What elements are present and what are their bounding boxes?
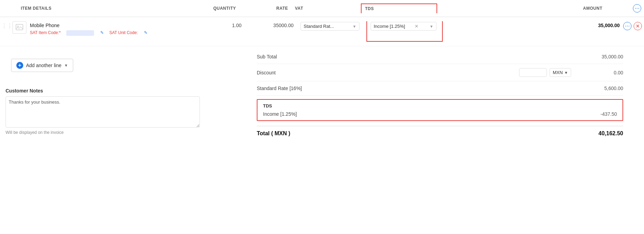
col-header-tds: TDS [361,3,437,13]
drag-handle-icon[interactable]: ⋮⋮ [0,21,12,29]
column-options-icon[interactable]: ⋯ [633,4,641,13]
vat-chevron-icon: ▼ [353,24,356,29]
table-row: ⋮⋮ Mobile Phone SAT Item Code:* ✎ SAT Un… [0,17,644,46]
left-panel: + Add another line ▼ Customer Notes Will… [0,46,236,148]
discount-input[interactable] [519,68,547,77]
plus-icon: + [16,62,23,69]
tds-totals-section: TDS Income [1.25%] -437.50 [257,99,623,121]
col-header-qty: QUANTITY [194,6,243,11]
svg-rect-0 [16,24,23,30]
item-name-text[interactable]: Mobile Phone [30,23,60,28]
main-content: + Add another line ▼ Customer Notes Will… [0,46,644,148]
add-line-label: Add another line [26,63,61,68]
col-header-vat: VAT [291,6,361,11]
discount-label: Discount [257,70,519,75]
currency-value: MXN [553,70,563,75]
item-rate[interactable]: 35000.00 [248,21,297,28]
subtotal-value: 35,000.00 [582,54,623,59]
item-amount: 35,000.00 [443,21,623,28]
item-tds-cell: Income [1.25%] ✕ ▼ [366,21,443,42]
subtotal-label: Sub Total [257,54,582,59]
vat-dropdown[interactable]: Standard Rat... ▼ [300,22,359,31]
tds-income-row: Income [1.25%] -437.50 [263,111,617,117]
totals-table: Sub Total 35,000.00 Discount MXN ▼ 0.00 [257,50,623,141]
add-line-dropdown-icon: ▼ [64,63,68,67]
total-value: 40,162.50 [582,130,623,137]
customer-notes-helper: Will be displayed on the invoice [6,130,230,135]
tds-clear-icon[interactable]: ✕ [415,24,418,29]
col-header-actions: ⋯ [623,4,644,13]
discount-value: 0.00 [582,70,623,75]
tds-income-label: Income [1.25%] [263,111,601,117]
item-image [12,21,26,34]
add-line-button[interactable]: + Add another line ▼ [11,59,73,72]
row-more-options-icon[interactable]: ⋯ [623,22,632,30]
currency-dropdown[interactable]: MXN ▼ [550,68,571,77]
item-quantity[interactable]: 1.00 [200,21,248,28]
customer-notes-textarea[interactable] [6,96,200,128]
sat-codes-row: SAT Item Code:* ✎ SAT Unit Code: ✎ [30,30,200,36]
customer-notes-label: Customer Notes [6,88,230,94]
standard-rate-row: Standard Rate [16%] 5,600.00 [257,81,623,96]
tds-value: Income [1.25%] [374,24,405,29]
item-name-cell: Mobile Phone SAT Item Code:* ✎ SAT Unit … [30,21,200,36]
sat-unit-code-label: SAT Unit Code: [109,30,138,36]
sat-item-code-value [66,30,94,36]
svg-point-1 [17,26,19,27]
tds-chevron-icon: ▼ [430,24,433,29]
tds-totals-wrapper: TDS Income [1.25%] -437.50 [257,96,623,124]
row-actions: ⋯ ✕ [623,21,644,30]
tds-totals-header: TDS [263,103,617,111]
total-row: Total ( MXN ) 40,162.50 [257,126,623,141]
tds-dropdown[interactable]: Income [1.25%] ✕ ▼ [371,22,437,31]
sat-item-code-label: SAT Item Code:* [30,30,61,36]
row-delete-icon[interactable]: ✕ [634,22,642,30]
discount-row: Discount MXN ▼ 0.00 [257,64,623,81]
vat-value: Standard Rat... [304,24,334,29]
table-header: ITEM DETAILS QUANTITY RATE VAT TDS AMOUN… [0,0,644,17]
col-header-rate: RATE [243,6,291,11]
sat-item-edit-icon[interactable]: ✎ [100,30,104,36]
col-header-item: ITEM DETAILS [0,6,194,11]
col-header-amount: AMOUNT [437,6,623,11]
tds-income-value: -437.50 [601,111,617,117]
standard-rate-label: Standard Rate [16%] [257,86,582,91]
page: ITEM DETAILS QUANTITY RATE VAT TDS AMOUN… [0,0,644,234]
standard-rate-value: 5,600.00 [582,86,623,91]
currency-chevron-icon: ▼ [564,71,568,75]
right-panel: Sub Total 35,000.00 Discount MXN ▼ 0.00 [236,46,644,148]
item-vat-cell: Standard Rat... ▼ [297,21,366,31]
sat-unit-edit-icon[interactable]: ✎ [144,30,147,36]
subtotal-row: Sub Total 35,000.00 [257,50,623,64]
total-label: Total ( MXN ) [257,130,582,137]
discount-input-group: MXN ▼ [519,68,575,77]
